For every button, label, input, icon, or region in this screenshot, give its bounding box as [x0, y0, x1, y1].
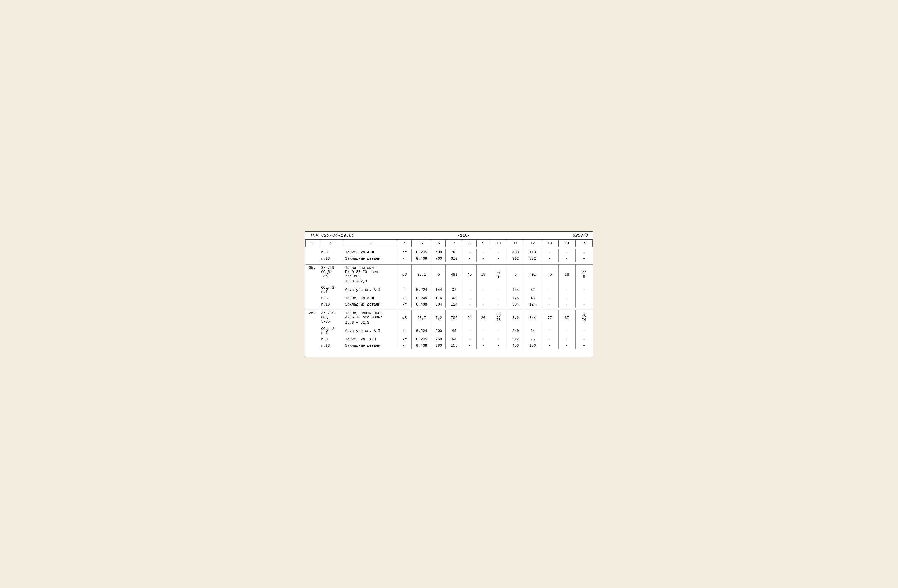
- cell-6: 380: [432, 342, 446, 349]
- cell-1: [306, 326, 319, 336]
- cell-2: ССЦт.2 п.I: [319, 284, 343, 295]
- cell-10: -: [490, 342, 507, 349]
- cell-9: -: [476, 284, 490, 295]
- col-header-7: 7: [446, 240, 463, 247]
- page: ТПР 820-04-19.85 -118- 9203/8 I 2 3 4 5 …: [305, 231, 593, 357]
- cell-15: -: [575, 249, 592, 255]
- cell-9: I8: [476, 264, 490, 284]
- cell-15: -: [575, 342, 592, 349]
- cell-3: Арматура кл. А-I: [343, 326, 398, 336]
- cell-10: -: [490, 255, 507, 262]
- cell-8: -: [463, 255, 476, 262]
- cell-15: -: [575, 336, 592, 342]
- cell-3: Закладные детали: [343, 301, 398, 308]
- cell-6: 304: [432, 301, 446, 308]
- cell-13: -: [541, 326, 558, 336]
- fraction-denominator: 9: [498, 275, 500, 279]
- cell-14: -: [558, 295, 575, 301]
- col-header-11: II: [507, 240, 524, 247]
- cell-15: -: [575, 326, 592, 336]
- cell-10: 38 I3: [490, 310, 507, 326]
- cell-4: м3: [398, 264, 411, 284]
- cell-10: -: [490, 326, 507, 336]
- spacer-row: [306, 262, 593, 264]
- cell-14: 3I: [558, 310, 575, 326]
- cell-6: 760: [432, 255, 446, 262]
- fraction-denominator: I6: [582, 318, 586, 322]
- cell-12: 76: [524, 336, 541, 342]
- col-header-6: 6: [432, 240, 446, 247]
- cell-9: -: [476, 342, 490, 349]
- col-header-5: 5: [412, 240, 432, 247]
- cell-8: -: [463, 249, 476, 255]
- cell-12: 32: [524, 284, 541, 295]
- table-row: п.I3 Закладные детали кг 0,408 380 I55 -…: [306, 342, 593, 349]
- cell-13: -: [541, 284, 558, 295]
- cell-4: кг: [398, 301, 411, 308]
- cell-2: п.I3: [319, 255, 343, 262]
- cell-4: кг: [398, 342, 411, 349]
- cell-4: м3: [398, 310, 411, 326]
- cell-4: вг: [398, 284, 411, 295]
- cell-12: 49I: [524, 264, 541, 284]
- cell-3a-line1: То же, плиты ПКО-: [345, 311, 396, 315]
- cell-11: 304: [507, 301, 524, 308]
- cell-11: 8,6: [507, 310, 524, 326]
- cell-6: 400: [432, 249, 446, 255]
- cell-7: 706: [446, 310, 463, 326]
- cell-5: 0,408: [412, 255, 432, 262]
- cell-5: 0,224: [412, 284, 432, 295]
- cell-3-line4: I5,8 +82,3: [345, 279, 396, 284]
- cell-5: 0,224: [412, 326, 432, 336]
- cell-9: -: [476, 255, 490, 262]
- cell-6: I76: [432, 295, 446, 301]
- cell-4: кг: [398, 255, 411, 262]
- cell-6: 200: [432, 326, 446, 336]
- table-row: ССЦт.2 п.I Арматура кл. А-I вг 0,224 I44…: [306, 284, 593, 295]
- page-header: ТПР 820-04-19.85 -118- 9203/8: [305, 232, 593, 240]
- table-row: п.3 То же, кл. А-Ш кг 0,245 260 64 - - -…: [306, 336, 593, 342]
- cell-10: -: [490, 284, 507, 295]
- cell-13: -: [541, 301, 558, 308]
- cell-3a-line3: I5,8 + 82,3: [345, 321, 396, 325]
- table-row: п.3 То же, кл.А-Ш вг 0,245 400 98 - - - …: [306, 249, 593, 255]
- cell-1: [306, 342, 319, 349]
- col-header-3: 3: [343, 240, 398, 247]
- cell-2: 37-7I9 ССЦ5- -35: [319, 264, 343, 284]
- cell-13: -: [541, 255, 558, 262]
- cell-12: 43: [524, 295, 541, 301]
- cell-6: 7,2: [432, 310, 446, 326]
- cell-13: -: [541, 336, 558, 342]
- cell-8: -: [463, 284, 476, 295]
- cell-15: -: [575, 255, 592, 262]
- column-headers: I 2 3 4 5 6 7 8 9 IO II I2 I3 I4 I5: [306, 240, 593, 247]
- cell-1: [306, 284, 319, 295]
- cell-1: 36.: [306, 310, 319, 326]
- cell-5: 0,245: [412, 336, 432, 342]
- fraction-numerator: 38: [497, 314, 501, 318]
- fraction-denominator: I3: [497, 318, 501, 322]
- cell-5: 0,245: [412, 295, 432, 301]
- cell-4: вг: [398, 249, 411, 255]
- cell-14: -: [558, 336, 575, 342]
- cell-13: 45: [541, 264, 558, 284]
- cell-4: кг: [398, 336, 411, 342]
- cell-4: кг: [398, 326, 411, 336]
- cell-3: То же плитами - ПК 0-37-I0 ,вес 775 кг. …: [343, 264, 398, 284]
- cell-7: 32: [446, 284, 463, 295]
- cell-11: 480: [507, 249, 524, 255]
- cell-14: -: [558, 326, 575, 336]
- cell-9: -: [476, 249, 490, 255]
- cell-8: -: [463, 301, 476, 308]
- table-row: ССЦт.2 п.I Арматура кл. А-I кг 0,224 200…: [306, 326, 593, 336]
- cell-3: Арматура кл. А-I: [343, 284, 398, 295]
- fraction-denominator: 9: [583, 275, 585, 279]
- cell-1: [306, 255, 319, 262]
- cell-14: I8: [558, 264, 575, 284]
- cell-3-line3: 775 кг.: [345, 274, 396, 278]
- header-number: 9203/8: [573, 233, 588, 238]
- cell-3: То же, кл.А-Ш: [343, 295, 398, 301]
- cell-15: -: [575, 284, 592, 295]
- cell-5: 98,I: [412, 264, 432, 284]
- cell-7: 64: [446, 336, 463, 342]
